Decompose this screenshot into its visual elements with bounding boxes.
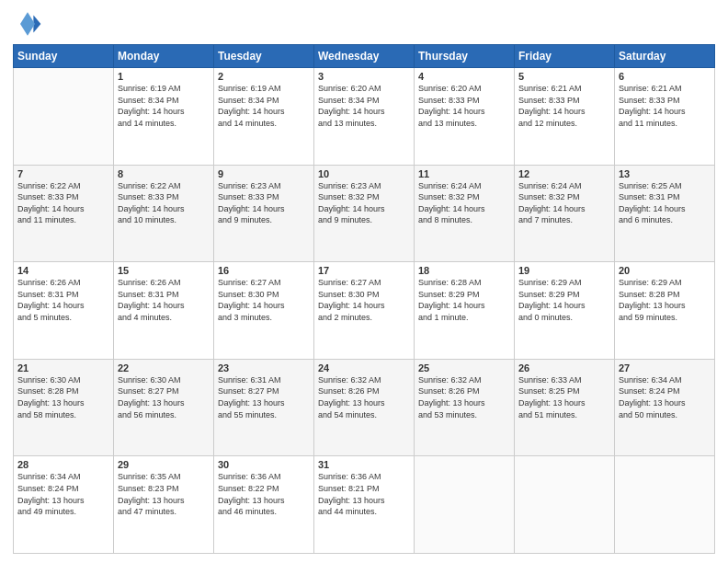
- logo-icon: [13, 9, 42, 39]
- day-number: 11: [418, 168, 510, 179]
- header-row: SundayMondayTuesdayWednesdayThursdayFrid…: [14, 45, 715, 68]
- calendar-header: SundayMondayTuesdayWednesdayThursdayFrid…: [14, 45, 715, 68]
- day-number: 22: [118, 362, 210, 373]
- calendar-cell: 18Sunrise: 6:28 AM Sunset: 8:29 PM Dayli…: [415, 262, 515, 360]
- day-info: Sunrise: 6:27 AM Sunset: 8:30 PM Dayligh…: [218, 277, 310, 323]
- week-row-5: 28Sunrise: 6:34 AM Sunset: 8:24 PM Dayli…: [14, 456, 715, 554]
- calendar-cell: 1Sunrise: 6:19 AM Sunset: 8:34 PM Daylig…: [114, 68, 214, 166]
- day-number: 7: [17, 168, 109, 179]
- day-info: Sunrise: 6:23 AM Sunset: 8:32 PM Dayligh…: [318, 180, 410, 226]
- day-number: 31: [318, 459, 410, 470]
- day-info: Sunrise: 6:31 AM Sunset: 8:27 PM Dayligh…: [218, 374, 310, 420]
- calendar-cell: 10Sunrise: 6:23 AM Sunset: 8:32 PM Dayli…: [314, 165, 415, 262]
- calendar-cell: 2Sunrise: 6:19 AM Sunset: 8:34 PM Daylig…: [214, 68, 314, 166]
- calendar-cell: [615, 456, 715, 554]
- day-info: Sunrise: 6:26 AM Sunset: 8:31 PM Dayligh…: [118, 277, 210, 323]
- header-day-friday: Friday: [515, 45, 615, 68]
- calendar-table: SundayMondayTuesdayWednesdayThursdayFrid…: [13, 44, 715, 554]
- calendar: SundayMondayTuesdayWednesdayThursdayFrid…: [13, 44, 715, 554]
- day-number: 14: [17, 265, 109, 276]
- calendar-cell: 20Sunrise: 6:29 AM Sunset: 8:28 PM Dayli…: [615, 262, 715, 360]
- day-info: Sunrise: 6:19 AM Sunset: 8:34 PM Dayligh…: [118, 83, 210, 129]
- calendar-cell: 17Sunrise: 6:27 AM Sunset: 8:30 PM Dayli…: [314, 262, 415, 360]
- day-info: Sunrise: 6:22 AM Sunset: 8:33 PM Dayligh…: [17, 180, 109, 226]
- header-day-thursday: Thursday: [415, 45, 515, 68]
- calendar-cell: [515, 456, 615, 554]
- day-number: 2: [218, 71, 310, 82]
- calendar-cell: 25Sunrise: 6:32 AM Sunset: 8:26 PM Dayli…: [415, 359, 515, 456]
- calendar-cell: 22Sunrise: 6:30 AM Sunset: 8:27 PM Dayli…: [114, 359, 214, 456]
- day-number: 13: [619, 168, 711, 179]
- day-number: 8: [118, 168, 210, 179]
- day-info: Sunrise: 6:33 AM Sunset: 8:25 PM Dayligh…: [518, 374, 610, 420]
- week-row-2: 7Sunrise: 6:22 AM Sunset: 8:33 PM Daylig…: [14, 165, 715, 262]
- page: SundayMondayTuesdayWednesdayThursdayFrid…: [0, 0, 728, 563]
- week-row-4: 21Sunrise: 6:30 AM Sunset: 8:28 PM Dayli…: [14, 359, 715, 456]
- calendar-cell: 12Sunrise: 6:24 AM Sunset: 8:32 PM Dayli…: [515, 165, 615, 262]
- day-number: 24: [318, 362, 410, 373]
- day-number: 26: [518, 362, 610, 373]
- svg-marker-1: [20, 12, 35, 36]
- day-number: 9: [218, 168, 310, 179]
- day-number: 1: [118, 71, 210, 82]
- header-day-monday: Monday: [114, 45, 214, 68]
- day-info: Sunrise: 6:34 AM Sunset: 8:24 PM Dayligh…: [619, 374, 711, 420]
- calendar-cell: 28Sunrise: 6:34 AM Sunset: 8:24 PM Dayli…: [14, 456, 114, 554]
- day-number: 15: [118, 265, 210, 276]
- day-number: 10: [318, 168, 410, 179]
- day-number: 27: [619, 362, 711, 373]
- day-info: Sunrise: 6:23 AM Sunset: 8:33 PM Dayligh…: [218, 180, 310, 226]
- calendar-cell: 9Sunrise: 6:23 AM Sunset: 8:33 PM Daylig…: [214, 165, 314, 262]
- day-info: Sunrise: 6:25 AM Sunset: 8:31 PM Dayligh…: [619, 180, 711, 226]
- day-info: Sunrise: 6:34 AM Sunset: 8:24 PM Dayligh…: [17, 471, 109, 517]
- calendar-cell: [415, 456, 515, 554]
- day-info: Sunrise: 6:30 AM Sunset: 8:28 PM Dayligh…: [17, 374, 109, 420]
- header-day-tuesday: Tuesday: [214, 45, 314, 68]
- calendar-cell: 8Sunrise: 6:22 AM Sunset: 8:33 PM Daylig…: [114, 165, 214, 262]
- day-info: Sunrise: 6:19 AM Sunset: 8:34 PM Dayligh…: [218, 83, 310, 129]
- week-row-3: 14Sunrise: 6:26 AM Sunset: 8:31 PM Dayli…: [14, 262, 715, 360]
- calendar-cell: 24Sunrise: 6:32 AM Sunset: 8:26 PM Dayli…: [314, 359, 415, 456]
- day-info: Sunrise: 6:29 AM Sunset: 8:28 PM Dayligh…: [619, 277, 711, 323]
- day-number: 4: [418, 71, 510, 82]
- day-info: Sunrise: 6:26 AM Sunset: 8:31 PM Dayligh…: [17, 277, 109, 323]
- calendar-cell: 15Sunrise: 6:26 AM Sunset: 8:31 PM Dayli…: [114, 262, 214, 360]
- day-info: Sunrise: 6:21 AM Sunset: 8:33 PM Dayligh…: [619, 83, 711, 129]
- day-number: 29: [118, 459, 210, 470]
- calendar-cell: 26Sunrise: 6:33 AM Sunset: 8:25 PM Dayli…: [515, 359, 615, 456]
- header: [13, 9, 715, 39]
- day-number: 18: [418, 265, 510, 276]
- day-info: Sunrise: 6:28 AM Sunset: 8:29 PM Dayligh…: [418, 277, 510, 323]
- calendar-cell: 4Sunrise: 6:20 AM Sunset: 8:33 PM Daylig…: [415, 68, 515, 166]
- calendar-cell: 21Sunrise: 6:30 AM Sunset: 8:28 PM Dayli…: [14, 359, 114, 456]
- header-day-saturday: Saturday: [615, 45, 715, 68]
- calendar-cell: 11Sunrise: 6:24 AM Sunset: 8:32 PM Dayli…: [415, 165, 515, 262]
- header-day-wednesday: Wednesday: [314, 45, 415, 68]
- calendar-cell: 7Sunrise: 6:22 AM Sunset: 8:33 PM Daylig…: [14, 165, 114, 262]
- calendar-cell: [14, 68, 114, 166]
- day-number: 21: [17, 362, 109, 373]
- calendar-cell: 14Sunrise: 6:26 AM Sunset: 8:31 PM Dayli…: [14, 262, 114, 360]
- day-number: 16: [218, 265, 310, 276]
- calendar-cell: 19Sunrise: 6:29 AM Sunset: 8:29 PM Dayli…: [515, 262, 615, 360]
- calendar-cell: 5Sunrise: 6:21 AM Sunset: 8:33 PM Daylig…: [515, 68, 615, 166]
- calendar-body: 1Sunrise: 6:19 AM Sunset: 8:34 PM Daylig…: [14, 68, 715, 554]
- day-number: 17: [318, 265, 410, 276]
- day-info: Sunrise: 6:27 AM Sunset: 8:30 PM Dayligh…: [318, 277, 410, 323]
- day-info: Sunrise: 6:36 AM Sunset: 8:22 PM Dayligh…: [218, 471, 310, 517]
- day-info: Sunrise: 6:21 AM Sunset: 8:33 PM Dayligh…: [518, 83, 610, 129]
- day-info: Sunrise: 6:35 AM Sunset: 8:23 PM Dayligh…: [118, 471, 210, 517]
- day-info: Sunrise: 6:29 AM Sunset: 8:29 PM Dayligh…: [518, 277, 610, 323]
- day-number: 19: [518, 265, 610, 276]
- calendar-cell: 16Sunrise: 6:27 AM Sunset: 8:30 PM Dayli…: [214, 262, 314, 360]
- day-info: Sunrise: 6:36 AM Sunset: 8:21 PM Dayligh…: [318, 471, 410, 517]
- day-info: Sunrise: 6:20 AM Sunset: 8:34 PM Dayligh…: [318, 83, 410, 129]
- header-day-sunday: Sunday: [14, 45, 114, 68]
- calendar-cell: 6Sunrise: 6:21 AM Sunset: 8:33 PM Daylig…: [615, 68, 715, 166]
- day-info: Sunrise: 6:22 AM Sunset: 8:33 PM Dayligh…: [118, 180, 210, 226]
- day-number: 20: [619, 265, 711, 276]
- calendar-cell: 30Sunrise: 6:36 AM Sunset: 8:22 PM Dayli…: [214, 456, 314, 554]
- day-number: 3: [318, 71, 410, 82]
- calendar-cell: 29Sunrise: 6:35 AM Sunset: 8:23 PM Dayli…: [114, 456, 214, 554]
- day-number: 6: [619, 71, 711, 82]
